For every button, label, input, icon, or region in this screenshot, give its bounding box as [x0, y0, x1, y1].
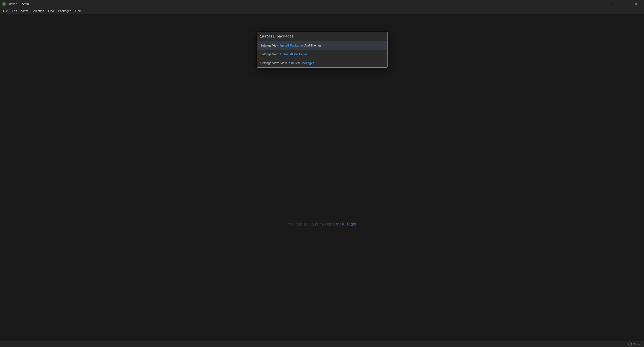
result-prefix-2: Settings View: Un [260, 53, 284, 56]
result-highlight-3b: Packages [300, 61, 314, 65]
main-area: Settings View: Install Packages And Them… [0, 14, 644, 341]
menu-selection[interactable]: Selection [30, 9, 46, 13]
title-bar: untitled — Atom − □ × [0, 0, 644, 8]
menu-help[interactable]: Help [73, 9, 84, 13]
result-highlight-1: Install Packages [280, 44, 304, 47]
command-palette-input[interactable] [257, 32, 387, 41]
github-label: GitHub [633, 343, 641, 346]
status-github: GitHub [628, 342, 641, 346]
result-highlight-2: install Packages [284, 53, 308, 56]
split-pane-hint: You can split a pane with Ctrl+K, Right [288, 222, 356, 227]
menu-edit[interactable]: Edit [10, 9, 19, 13]
window-title: untitled — Atom [8, 2, 29, 6]
maximize-button[interactable]: □ [618, 0, 630, 8]
minimize-button[interactable]: − [606, 0, 618, 8]
result-mid-3: ed [296, 61, 300, 65]
title-bar-controls: − □ × [606, 0, 642, 8]
title-bar-left: untitled — Atom [2, 2, 29, 6]
status-bar: GitHub [0, 341, 644, 347]
atom-logo-icon [2, 2, 6, 6]
menu-find[interactable]: Find [46, 9, 56, 13]
command-result-install-packages-themes[interactable]: Settings View: Install Packages And Them… [257, 41, 387, 50]
svg-point-1 [2, 3, 6, 5]
menu-file[interactable]: File [1, 9, 10, 13]
command-result-uninstall-packages[interactable]: Settings View: Uninstall Packages [257, 50, 387, 59]
command-palette: Settings View: Install Packages And Them… [257, 32, 388, 68]
result-highlight-3a: Install [288, 61, 296, 65]
command-results-list: Settings View: Install Packages And Them… [257, 41, 387, 67]
menu-packages[interactable]: Packages [56, 9, 73, 13]
result-prefix-1: Settings View: [260, 44, 280, 47]
menu-bar: File Edit View Selection Find Packages H… [0, 8, 644, 14]
command-input-container [257, 32, 387, 41]
close-button[interactable]: × [630, 0, 642, 8]
hint-text-before: You can split a pane with [288, 222, 333, 226]
hint-link: Ctrl+K, Right [333, 222, 356, 226]
result-prefix-3: Settings View: View [260, 61, 288, 65]
menu-view[interactable]: View [19, 9, 30, 13]
command-result-view-installed-packages[interactable]: Settings View: View Installed Packages [257, 59, 387, 67]
github-icon [628, 342, 632, 346]
result-suffix-1: And Themes [304, 44, 322, 47]
